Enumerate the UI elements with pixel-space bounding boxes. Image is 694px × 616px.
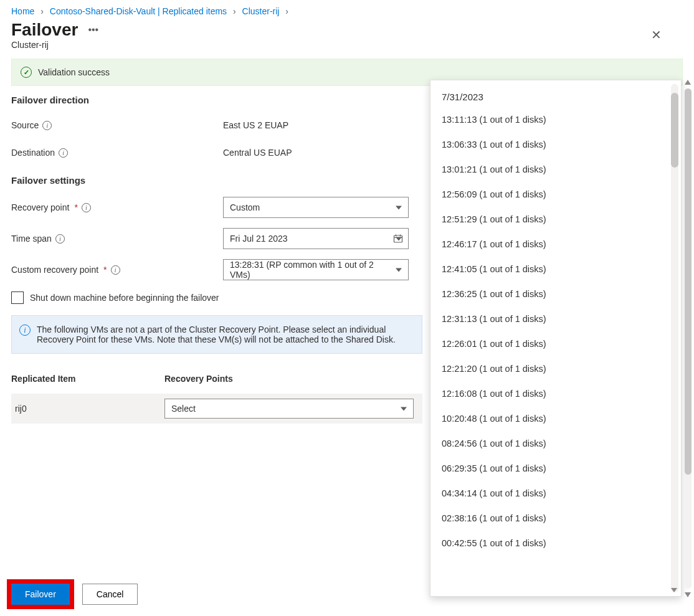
shutdown-label: Shut down machine before beginning the f… <box>30 293 219 303</box>
recovery-point-select[interactable]: Custom <box>223 197 409 218</box>
info-icon[interactable]: i <box>59 148 68 158</box>
row-recovery-point-value: Select <box>171 404 196 414</box>
page-header: Failover ••• Cluster-rij ✕ <box>0 19 694 55</box>
recovery-point-option[interactable]: 08:24:56 (1 out of 1 disks) <box>430 431 681 456</box>
page-title: Failover <box>11 20 78 40</box>
recovery-point-option[interactable]: 12:56:09 (1 out of 1 disks) <box>430 182 681 207</box>
recovery-point-option[interactable]: 12:36:25 (1 out of 1 disks) <box>430 282 681 306</box>
recovery-point-value: Custom <box>230 202 260 212</box>
recovery-point-option[interactable]: 02:38:16 (1 out of 1 disks) <box>430 506 681 531</box>
shutdown-checkbox[interactable] <box>11 291 24 304</box>
scroll-down-icon[interactable] <box>671 588 677 592</box>
scroll-down-icon[interactable] <box>685 592 691 597</box>
table-row: rij0 Select <box>11 394 422 424</box>
info-panel: i The following VMs are not a part of th… <box>11 315 422 354</box>
recovery-point-option[interactable]: 12:31:13 (1 out of 1 disks) <box>430 306 681 331</box>
close-icon[interactable]: ✕ <box>646 25 667 45</box>
breadcrumb-home[interactable]: Home <box>11 6 34 16</box>
info-icon[interactable]: i <box>111 265 120 275</box>
recovery-point-option[interactable]: 10:20:48 (1 out of 1 disks) <box>430 406 681 431</box>
dropdown-scroll-thumb[interactable] <box>671 93 678 168</box>
panel-scrollbar[interactable] <box>683 80 693 597</box>
recovery-point-option[interactable]: 12:21:20 (1 out of 1 disks) <box>430 356 681 381</box>
recovery-points-dropdown[interactable]: 7/31/202313:11:13 (1 out of 1 disks)13:0… <box>430 80 682 597</box>
cancel-button[interactable]: Cancel <box>82 584 138 605</box>
recovery-point-option[interactable]: 04:34:14 (1 out of 1 disks) <box>430 481 681 506</box>
scroll-up-icon[interactable] <box>685 80 691 85</box>
chevron-right-icon: › <box>40 6 44 16</box>
recovery-point-option[interactable]: 12:16:08 (1 out of 1 disks) <box>430 381 681 406</box>
recovery-point-label: Recovery point <box>11 202 69 212</box>
custom-rp-select[interactable]: 13:28:31 (RP common with 1 out of 2 VMs) <box>223 259 409 280</box>
info-icon[interactable]: i <box>82 203 91 212</box>
col-replicated-item: Replicated Item <box>11 374 164 384</box>
timespan-label: Time span <box>11 234 52 244</box>
calendar-icon <box>393 234 403 244</box>
recovery-point-option[interactable]: 12:26:01 (1 out of 1 disks) <box>430 331 681 356</box>
info-icon[interactable]: i <box>42 121 52 130</box>
recovery-point-option[interactable]: 13:11:13 (1 out of 1 disks) <box>430 107 681 132</box>
info-panel-text: The following VMs are not a part of the … <box>37 325 396 344</box>
timespan-value: Fri Jul 21 2023 <box>230 234 288 244</box>
custom-rp-value: 13:28:31 (RP common with 1 out of 2 VMs) <box>230 260 389 280</box>
chevron-right-icon: › <box>285 6 288 16</box>
recovery-point-option[interactable]: 06:29:35 (1 out of 1 disks) <box>430 456 681 481</box>
more-icon[interactable]: ••• <box>88 24 98 36</box>
source-label: Source <box>11 120 39 130</box>
table-row-item: rij0 <box>11 404 164 414</box>
recovery-point-option[interactable]: 12:46:17 (1 out of 1 disks) <box>430 232 681 257</box>
chevron-right-icon: › <box>233 6 236 16</box>
panel-scroll-thumb[interactable] <box>685 88 692 475</box>
row-recovery-point-select[interactable]: Select <box>164 399 414 419</box>
footer: Failover Cancel <box>11 584 138 605</box>
breadcrumb: Home › Contoso-Shared-Disk-Vault | Repli… <box>0 0 694 19</box>
timespan-date-input[interactable]: Fri Jul 21 2023 <box>223 228 409 249</box>
svg-rect-0 <box>394 235 402 242</box>
dropdown-scrollbar[interactable] <box>671 84 678 592</box>
info-icon: i <box>19 325 31 336</box>
info-icon[interactable]: i <box>55 234 65 244</box>
recovery-point-option[interactable]: 12:41:05 (1 out of 1 disks) <box>430 257 681 282</box>
failover-button[interactable]: Failover <box>11 584 70 605</box>
recovery-point-option[interactable]: 13:06:33 (1 out of 1 disks) <box>430 132 681 157</box>
check-circle-icon: ✓ <box>21 67 32 78</box>
breadcrumb-vault[interactable]: Contoso-Shared-Disk-Vault | Replicated i… <box>50 6 227 16</box>
recovery-point-option[interactable]: 00:42:55 (1 out of 1 disks) <box>430 531 681 556</box>
destination-label: Destination <box>11 148 55 158</box>
page-subtitle: Cluster-rij <box>11 40 98 50</box>
validation-text: Validation success <box>38 67 110 77</box>
recovery-point-option[interactable]: 12:51:29 (1 out of 1 disks) <box>430 207 681 232</box>
custom-rp-label: Custom recovery point <box>11 265 98 275</box>
recovery-point-option[interactable]: 13:01:21 (1 out of 1 disks) <box>430 157 681 182</box>
breadcrumb-cluster[interactable]: Cluster-rij <box>242 6 280 16</box>
dropdown-date-header: 7/31/2023 <box>430 85 681 107</box>
